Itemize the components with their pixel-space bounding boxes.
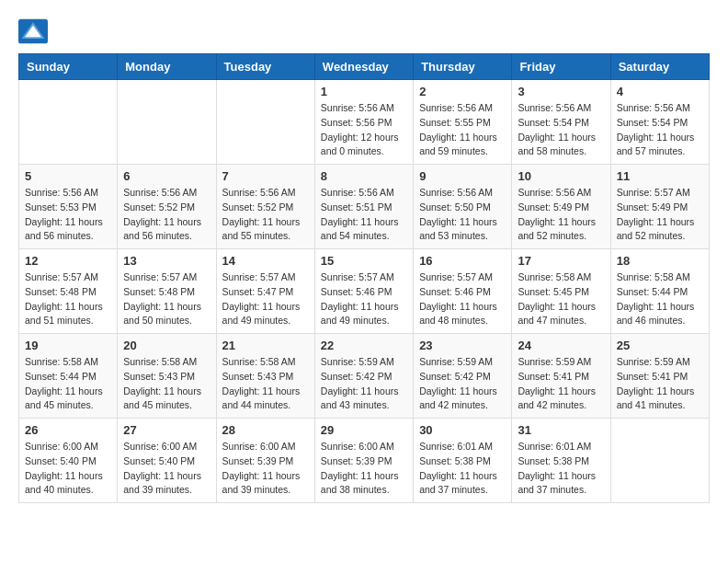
weekday-header-wednesday: Wednesday [314,54,413,80]
calendar-cell: 31Sunrise: 6:01 AMSunset: 5:38 PMDayligh… [512,419,610,503]
day-number: 9 [419,169,506,183]
day-info: Sunrise: 6:00 AMSunset: 5:40 PMDaylight:… [25,440,111,498]
day-number: 24 [518,339,604,352]
day-info: Sunrise: 5:56 AMSunset: 5:53 PMDaylight:… [25,186,111,244]
calendar-cell: 14Sunrise: 5:57 AMSunset: 5:47 PMDayligh… [216,249,314,334]
day-number: 22 [321,339,407,352]
weekday-header-saturday: Saturday [610,54,709,80]
day-info: Sunrise: 5:56 AMSunset: 5:54 PMDaylight:… [518,101,604,159]
calendar-cell: 1Sunrise: 5:56 AMSunset: 5:56 PMDaylight… [314,80,413,165]
day-number: 18 [617,254,703,268]
day-info: Sunrise: 5:59 AMSunset: 5:41 PMDaylight:… [617,355,703,413]
calendar-cell: 6Sunrise: 5:56 AMSunset: 5:52 PMDaylight… [118,165,216,249]
weekday-header-thursday: Thursday [414,54,512,80]
calendar-cell: 26Sunrise: 6:00 AMSunset: 5:40 PMDayligh… [19,419,118,503]
day-number: 8 [321,169,407,183]
calendar-cell: 29Sunrise: 6:00 AMSunset: 5:39 PMDayligh… [314,419,413,503]
day-number: 17 [518,254,604,268]
weekday-header-monday: Monday [118,54,216,80]
logo [18,18,51,44]
day-number: 25 [617,339,703,352]
day-info: Sunrise: 5:56 AMSunset: 5:50 PMDaylight:… [419,186,506,244]
day-info: Sunrise: 6:01 AMSunset: 5:38 PMDaylight:… [419,440,506,498]
day-number: 23 [419,339,506,352]
day-info: Sunrise: 5:57 AMSunset: 5:48 PMDaylight:… [123,270,210,328]
week-row-1: 1Sunrise: 5:56 AMSunset: 5:56 PMDaylight… [19,80,710,165]
day-info: Sunrise: 5:59 AMSunset: 5:41 PMDaylight:… [518,355,604,413]
day-number: 29 [321,423,407,437]
calendar-cell: 21Sunrise: 5:58 AMSunset: 5:43 PMDayligh… [216,334,314,419]
day-number: 6 [123,169,210,183]
calendar-cell: 5Sunrise: 5:56 AMSunset: 5:53 PMDaylight… [19,165,118,249]
day-info: Sunrise: 6:01 AMSunset: 5:38 PMDaylight:… [518,440,604,498]
day-number: 14 [222,254,309,268]
week-row-2: 5Sunrise: 5:56 AMSunset: 5:53 PMDaylight… [19,165,710,249]
page-header [18,18,710,44]
day-info: Sunrise: 5:59 AMSunset: 5:42 PMDaylight:… [419,355,506,413]
day-number: 5 [25,169,111,183]
calendar-cell: 17Sunrise: 5:58 AMSunset: 5:45 PMDayligh… [512,249,610,334]
calendar-cell: 19Sunrise: 5:58 AMSunset: 5:44 PMDayligh… [19,334,118,419]
day-info: Sunrise: 5:58 AMSunset: 5:44 PMDaylight:… [617,270,703,328]
day-number: 19 [25,339,111,352]
day-number: 7 [222,169,309,183]
day-number: 13 [123,254,210,268]
day-info: Sunrise: 5:58 AMSunset: 5:45 PMDaylight:… [518,270,604,328]
calendar-cell: 10Sunrise: 5:56 AMSunset: 5:49 PMDayligh… [512,165,610,249]
day-info: Sunrise: 5:59 AMSunset: 5:42 PMDaylight:… [321,355,407,413]
calendar-cell: 20Sunrise: 5:58 AMSunset: 5:43 PMDayligh… [118,334,216,419]
calendar-cell: 9Sunrise: 5:56 AMSunset: 5:50 PMDaylight… [414,165,512,249]
day-number: 31 [518,423,604,437]
calendar-cell: 27Sunrise: 6:00 AMSunset: 5:40 PMDayligh… [118,419,216,503]
day-info: Sunrise: 5:56 AMSunset: 5:49 PMDaylight:… [518,186,604,244]
calendar-cell: 23Sunrise: 5:59 AMSunset: 5:42 PMDayligh… [414,334,512,419]
day-number: 20 [123,339,210,352]
calendar-cell: 12Sunrise: 5:57 AMSunset: 5:48 PMDayligh… [19,249,118,334]
calendar-cell [19,80,118,165]
calendar-cell [216,80,314,165]
calendar-cell: 16Sunrise: 5:57 AMSunset: 5:46 PMDayligh… [414,249,512,334]
day-info: Sunrise: 5:57 AMSunset: 5:48 PMDaylight:… [25,270,111,328]
week-row-3: 12Sunrise: 5:57 AMSunset: 5:48 PMDayligh… [19,249,710,334]
calendar-cell: 7Sunrise: 5:56 AMSunset: 5:52 PMDaylight… [216,165,314,249]
calendar-cell: 18Sunrise: 5:58 AMSunset: 5:44 PMDayligh… [610,249,709,334]
day-info: Sunrise: 5:57 AMSunset: 5:47 PMDaylight:… [222,270,309,328]
weekday-header-sunday: Sunday [19,54,118,80]
week-row-4: 19Sunrise: 5:58 AMSunset: 5:44 PMDayligh… [19,334,710,419]
day-number: 12 [25,254,111,268]
weekday-header-tuesday: Tuesday [216,54,314,80]
day-number: 28 [222,423,309,437]
day-number: 15 [321,254,407,268]
calendar-cell [610,419,709,503]
calendar-cell: 8Sunrise: 5:56 AMSunset: 5:51 PMDaylight… [314,165,413,249]
calendar-cell: 15Sunrise: 5:57 AMSunset: 5:46 PMDayligh… [314,249,413,334]
calendar-cell: 28Sunrise: 6:00 AMSunset: 5:39 PMDayligh… [216,419,314,503]
logo-icon [18,18,48,44]
calendar-table: SundayMondayTuesdayWednesdayThursdayFrid… [18,53,710,503]
day-number: 26 [25,423,111,437]
calendar-cell: 30Sunrise: 6:01 AMSunset: 5:38 PMDayligh… [414,419,512,503]
day-info: Sunrise: 6:00 AMSunset: 5:40 PMDaylight:… [123,440,210,498]
day-number: 27 [123,423,210,437]
calendar-cell: 22Sunrise: 5:59 AMSunset: 5:42 PMDayligh… [314,334,413,419]
calendar-cell: 3Sunrise: 5:56 AMSunset: 5:54 PMDaylight… [512,80,610,165]
day-info: Sunrise: 5:56 AMSunset: 5:54 PMDaylight:… [617,101,703,159]
day-info: Sunrise: 5:56 AMSunset: 5:52 PMDaylight:… [222,186,309,244]
weekday-header-friday: Friday [512,54,610,80]
calendar-cell: 2Sunrise: 5:56 AMSunset: 5:55 PMDaylight… [414,80,512,165]
day-info: Sunrise: 5:56 AMSunset: 5:55 PMDaylight:… [419,101,506,159]
day-info: Sunrise: 5:57 AMSunset: 5:46 PMDaylight:… [419,270,506,328]
calendar-cell: 24Sunrise: 5:59 AMSunset: 5:41 PMDayligh… [512,334,610,419]
calendar-cell: 13Sunrise: 5:57 AMSunset: 5:48 PMDayligh… [118,249,216,334]
day-info: Sunrise: 5:58 AMSunset: 5:43 PMDaylight:… [123,355,210,413]
calendar-cell: 25Sunrise: 5:59 AMSunset: 5:41 PMDayligh… [610,334,709,419]
day-info: Sunrise: 5:56 AMSunset: 5:52 PMDaylight:… [123,186,210,244]
day-number: 11 [617,169,703,183]
day-info: Sunrise: 5:58 AMSunset: 5:43 PMDaylight:… [222,355,309,413]
day-info: Sunrise: 5:56 AMSunset: 5:51 PMDaylight:… [321,186,407,244]
day-number: 21 [222,339,309,352]
day-info: Sunrise: 6:00 AMSunset: 5:39 PMDaylight:… [321,440,407,498]
week-row-5: 26Sunrise: 6:00 AMSunset: 5:40 PMDayligh… [19,419,710,503]
day-info: Sunrise: 5:57 AMSunset: 5:49 PMDaylight:… [617,186,703,244]
day-number: 10 [518,169,604,183]
